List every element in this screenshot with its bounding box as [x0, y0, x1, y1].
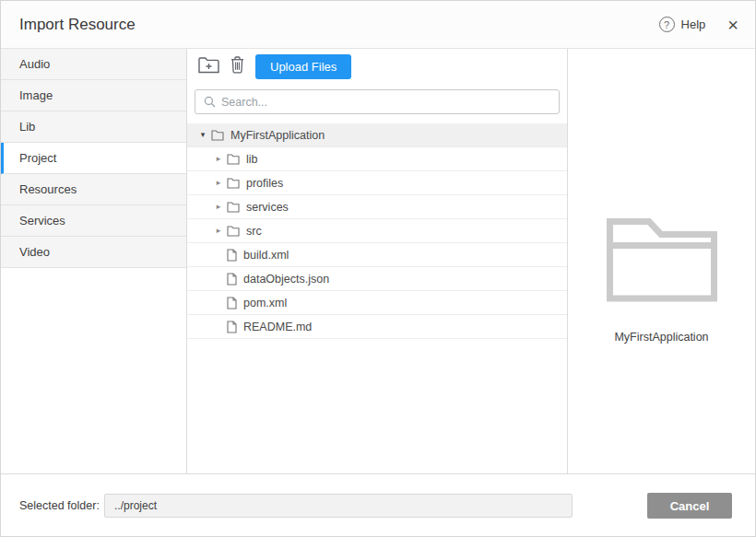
file-icon [227, 273, 237, 286]
dialog-footer: Selected folder: Cancel [1, 473, 755, 536]
sidebar-item-audio[interactable]: Audio [1, 49, 186, 80]
sidebar-item-label: Project [19, 151, 56, 165]
expand-arrow-icon[interactable]: ▾ [196, 131, 209, 139]
selected-folder-label: Selected folder: [19, 494, 100, 518]
preview-label: MyFirstApplication [568, 331, 755, 344]
dialog-title: Import Resource [19, 16, 136, 34]
sidebar-item-label: Lib [19, 120, 35, 134]
folder-icon [227, 226, 240, 237]
tree-row-MyFirstApplication[interactable]: ▾ MyFirstApplication [187, 123, 567, 147]
sidebar-item-label: Services [19, 214, 65, 228]
trash-icon [230, 56, 244, 77]
tree-row-pom.xml[interactable]: pom.xml [187, 291, 567, 315]
folder-icon [227, 154, 240, 165]
tree-row-README.md[interactable]: README.md [187, 315, 567, 339]
category-sidebar: Audio Image Lib Project Resources Servic… [1, 49, 187, 474]
tree-item-label: lib [246, 153, 258, 166]
file-icon [227, 249, 237, 262]
expand-arrow-icon[interactable]: ▸ [212, 179, 225, 187]
tree-row-dataObjects.json[interactable]: dataObjects.json [187, 267, 567, 291]
sidebar-item-video[interactable]: Video [1, 237, 186, 268]
expand-arrow-icon[interactable]: ▸ [212, 227, 225, 235]
tree-item-label: MyFirstApplication [230, 129, 325, 142]
big-folder-icon [606, 217, 718, 306]
tree-item-label: profiles [246, 177, 283, 190]
sidebar-item-project[interactable]: Project [1, 143, 186, 174]
tree-row-profiles[interactable]: ▸ profiles [187, 171, 567, 195]
tree-item-label: dataObjects.json [243, 273, 329, 286]
tree-row-src[interactable]: ▸ src [187, 219, 567, 243]
file-icon [227, 321, 237, 333]
sidebar-item-image[interactable]: Image [1, 80, 186, 111]
sidebar-item-resources[interactable]: Resources [1, 174, 186, 205]
folder-icon [227, 178, 240, 189]
new-folder-icon [198, 56, 219, 77]
expand-arrow-icon[interactable]: ▸ [212, 203, 225, 211]
sidebar-item-lib[interactable]: Lib [1, 111, 186, 143]
upload-files-button[interactable]: Upload Files [255, 54, 351, 79]
file-icon [227, 297, 237, 309]
tree-item-label: README.md [243, 321, 312, 333]
tree-row-build.xml[interactable]: build.xml [187, 243, 567, 267]
folder-icon [227, 202, 240, 213]
help-label: Help [681, 18, 706, 31]
delete-button[interactable] [230, 56, 244, 77]
folder-icon [211, 130, 224, 141]
new-folder-button[interactable] [198, 56, 219, 77]
sidebar-item-label: Audio [19, 57, 50, 71]
tree-item-label: src [246, 225, 262, 238]
sidebar-item-label: Image [19, 88, 53, 102]
tree-item-label: services [246, 201, 289, 214]
selected-folder-input[interactable] [104, 494, 573, 518]
search-input[interactable] [216, 96, 559, 109]
close-icon[interactable]: × [727, 16, 738, 34]
file-browser-panel: Upload Files ▾ MyFirstApplication ▸ [187, 49, 567, 474]
help-button[interactable]: ? Help [659, 17, 706, 32]
tree-row-lib[interactable]: ▸ lib [187, 147, 567, 171]
search-box [195, 89, 560, 114]
import-resource-dialog: { "header": { "title": "Import Resource"… [0, 0, 756, 537]
sidebar-item-services[interactable]: Services [1, 205, 186, 237]
header-actions: ? Help × [659, 16, 738, 34]
tree-row-services[interactable]: ▸ services [187, 195, 567, 219]
toolbar: Upload Files [187, 49, 567, 84]
selection-preview-panel: MyFirstApplication [567, 49, 755, 474]
expand-arrow-icon[interactable]: ▸ [212, 155, 225, 163]
tree-item-label: pom.xml [243, 297, 287, 309]
help-icon: ? [659, 17, 675, 32]
search-icon [204, 96, 216, 108]
dialog-header: Import Resource ? Help × [1, 1, 755, 49]
tree-item-label: build.xml [243, 249, 289, 262]
file-tree: ▾ MyFirstApplication ▸ [187, 123, 567, 339]
sidebar-item-label: Video [19, 245, 50, 259]
sidebar-item-label: Resources [19, 182, 77, 196]
cancel-button[interactable]: Cancel [647, 493, 732, 519]
